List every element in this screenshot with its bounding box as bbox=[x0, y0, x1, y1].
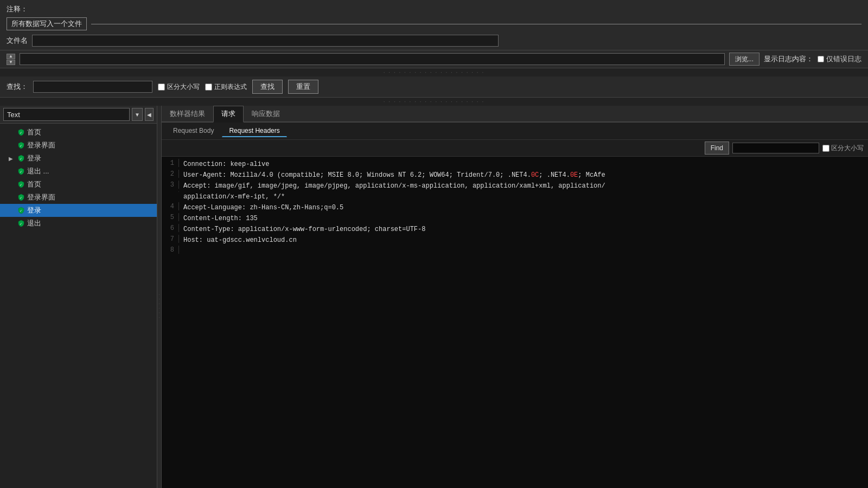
shield-icon-loginpage2: ✓ bbox=[17, 194, 25, 201]
tree-item-loginpage1[interactable]: ✓ 登录界面 bbox=[0, 139, 157, 152]
find-button[interactable]: Find bbox=[705, 142, 729, 155]
shield-icon-home1: ✓ bbox=[17, 129, 25, 136]
code-line-2: 2 User-Agent: Mozilla/4.0 (compatible; M… bbox=[162, 170, 868, 181]
resize-handle[interactable]: · · · · · · bbox=[157, 106, 162, 488]
regex-item: 正则表达式 bbox=[205, 82, 247, 92]
line-num-7: 7 bbox=[162, 235, 179, 243]
line-content-4: Accept-Language: zh-Hans-CN,zh-Hans;q=0.… bbox=[183, 202, 868, 213]
shield-icon-exit1: ✓ bbox=[17, 168, 25, 175]
show-log-label: 显示日志内容： bbox=[764, 54, 813, 64]
code-line-5: 5 Content-Length: 135 bbox=[162, 213, 868, 224]
resize-handle-dots: · · · · · · bbox=[157, 294, 162, 319]
line-num-8: 8 bbox=[162, 246, 179, 254]
left-panel: Text ▼ ◀ ✓ 首页 ✓ 登录界面 bbox=[0, 106, 157, 488]
tree-item-login1[interactable]: ▶ ✓ 登录 bbox=[0, 152, 157, 165]
log-path-input[interactable] bbox=[20, 53, 725, 65]
search-label: 查找： bbox=[7, 82, 28, 92]
search-button[interactable]: 查找 bbox=[252, 80, 283, 94]
tree-item-exit1[interactable]: ✓ 退出 ... bbox=[0, 165, 157, 178]
find-case-sensitive-label: 区分大小写 bbox=[831, 144, 864, 153]
case-sensitive-label: 区分大小写 bbox=[167, 82, 200, 92]
expand-arrow-login1: ▶ bbox=[9, 156, 15, 162]
browse-button[interactable]: 浏览... bbox=[729, 53, 760, 66]
code-line-6: 6 Content-Type: application/x-www-form-u… bbox=[162, 224, 868, 235]
line-num-5: 5 bbox=[162, 213, 179, 221]
tree-item-label-login1: 登录 bbox=[27, 153, 41, 163]
right-panel: 数样器结果 请求 响应数据 Request Body Request Heade… bbox=[162, 106, 868, 488]
search-input[interactable] bbox=[33, 81, 152, 93]
find-case-sensitive-item: 区分大小写 bbox=[822, 144, 864, 153]
shield-icon-login1: ✓ bbox=[17, 155, 25, 162]
tree-item-exit2[interactable]: ✓ 退出 bbox=[0, 217, 157, 230]
case-sensitive-item: 区分大小写 bbox=[158, 82, 200, 92]
svg-text:✓: ✓ bbox=[20, 183, 22, 187]
code-line-1: 1 Connection: keep-alive bbox=[162, 159, 868, 170]
sub-tabs-row: Request Body Request Headers bbox=[162, 123, 868, 140]
svg-text:✓: ✓ bbox=[20, 196, 22, 200]
line-content-1: Connection: keep-alive bbox=[183, 159, 868, 170]
divider-dots-bottom: · · · · · · · · · · · · · · · · · · · · bbox=[0, 98, 868, 106]
tree-item-label-home1: 首页 bbox=[27, 127, 41, 137]
svg-text:✓: ✓ bbox=[20, 170, 22, 174]
shield-icon-loginpage1: ✓ bbox=[17, 142, 25, 149]
code-line-4: 4 Accept-Language: zh-Hans-CN,zh-Hans;q=… bbox=[162, 202, 868, 213]
arrow-buttons: ▲ ▼ bbox=[7, 54, 15, 65]
case-sensitive-checkbox[interactable] bbox=[158, 84, 165, 91]
find-input[interactable] bbox=[732, 143, 819, 153]
line-num-4: 4 bbox=[162, 202, 179, 210]
tree-item-label-login2: 登录 bbox=[27, 206, 41, 215]
top-section: 注释： 所有数据写入一个文件 文件名 bbox=[0, 0, 868, 50]
line-content-7: Host: uat-gdscc.wenlvcloud.cn bbox=[183, 235, 868, 246]
tree-item-loginpage2[interactable]: ✓ 登录界面 bbox=[0, 191, 157, 204]
main-area: Text ▼ ◀ ✓ 首页 ✓ 登录界面 bbox=[0, 106, 868, 488]
find-bar: Find 区分大小写 bbox=[162, 140, 868, 157]
find-case-sensitive-checkbox[interactable] bbox=[822, 145, 829, 152]
toolbar-row: ▲ ▼ 浏览... 显示日志内容： 仅错误日志 bbox=[0, 50, 868, 68]
divider-dots-top: · · · · · · · · · · · · · · · · · · · · bbox=[0, 68, 868, 76]
main-tabs-row: 数样器结果 请求 响应数据 bbox=[162, 106, 868, 123]
tab-response-data[interactable]: 响应数据 bbox=[244, 106, 288, 121]
svg-text:✓: ✓ bbox=[20, 144, 22, 147]
collapse-panel-btn[interactable]: ◀ bbox=[145, 108, 154, 121]
line-num-1: 1 bbox=[162, 159, 179, 167]
filename-input[interactable] bbox=[32, 35, 499, 47]
write-all-row: 所有数据写入一个文件 bbox=[7, 17, 861, 30]
arrow-down-btn[interactable]: ▼ bbox=[7, 60, 15, 65]
line-content-5: Content-Length: 135 bbox=[183, 213, 868, 224]
left-header: Text ▼ ◀ bbox=[0, 106, 157, 124]
filename-label: 文件名 bbox=[7, 36, 28, 46]
svg-text:✓: ✓ bbox=[20, 222, 22, 226]
tab-sampler-results[interactable]: 数样器结果 bbox=[162, 106, 213, 121]
text-dropdown[interactable]: Text bbox=[3, 108, 130, 121]
tree-item-label-loginpage1: 登录界面 bbox=[27, 140, 55, 150]
code-area: 1 Connection: keep-alive 2 User-Agent: M… bbox=[162, 157, 868, 488]
regex-label: 正则表达式 bbox=[214, 82, 247, 92]
svg-text:✓: ✓ bbox=[20, 157, 22, 160]
write-all-line-decoration bbox=[91, 24, 861, 24]
annotation-label: 注释： bbox=[7, 4, 861, 14]
write-all-label: 所有数据写入一个文件 bbox=[7, 17, 87, 30]
svg-text:✓: ✓ bbox=[20, 131, 22, 134]
code-line-7: 7 Host: uat-gdscc.wenlvcloud.cn bbox=[162, 235, 868, 246]
tree-item-home2[interactable]: ✓ 首页 bbox=[0, 178, 157, 191]
error-only-checkbox[interactable] bbox=[818, 56, 824, 62]
sub-tab-request-body[interactable]: Request Body bbox=[166, 125, 221, 137]
tab-request[interactable]: 请求 bbox=[213, 106, 244, 123]
sub-tab-request-headers[interactable]: Request Headers bbox=[222, 125, 286, 137]
line-num-3: 3 bbox=[162, 181, 179, 189]
tree-item-login2[interactable]: ✓ 登录 bbox=[0, 204, 157, 217]
line-content-3b: application/x-mfe-ipt, */* bbox=[183, 191, 868, 202]
code-line-8: 8 bbox=[162, 246, 868, 256]
shield-icon-login2: ✓ bbox=[17, 207, 25, 214]
tree-area: ✓ 首页 ✓ 登录界面 ▶ ✓ 登录 bbox=[0, 124, 157, 488]
line-content-2: User-Agent: Mozilla/4.0 (compatible; MSI… bbox=[183, 170, 868, 181]
line-content-3: Accept: image/gif, image/jpeg, image/pjp… bbox=[183, 181, 868, 191]
arrow-up-btn[interactable]: ▲ bbox=[7, 54, 15, 59]
error-only-label: 仅错误日志 bbox=[826, 54, 861, 64]
line-num-6: 6 bbox=[162, 224, 179, 232]
tree-item-home1[interactable]: ✓ 首页 bbox=[0, 126, 157, 139]
regex-checkbox[interactable] bbox=[205, 84, 212, 91]
dropdown-arrow-icon[interactable]: ▼ bbox=[132, 108, 143, 121]
tree-item-label-exit2: 退出 bbox=[27, 219, 41, 228]
reset-button[interactable]: 重置 bbox=[288, 80, 318, 94]
